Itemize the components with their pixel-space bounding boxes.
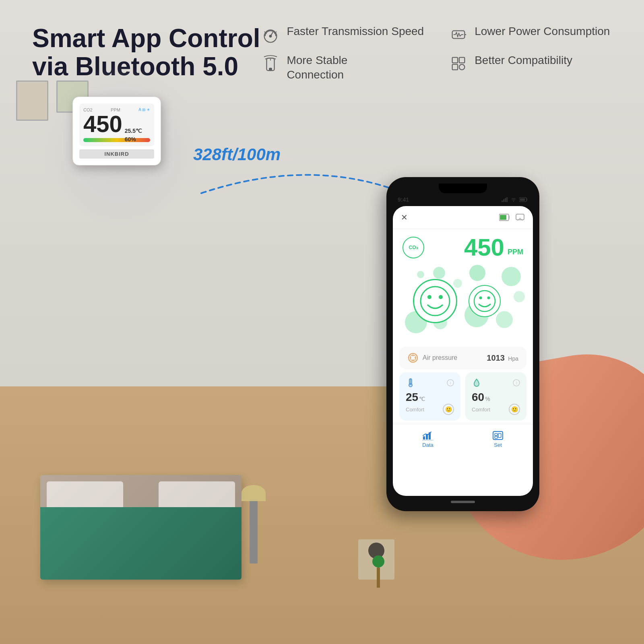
lamp-post [250, 499, 258, 564]
data-nav-label: Data [422, 442, 433, 448]
air-pressure-value: 1013 [487, 353, 505, 362]
svg-point-2 [270, 35, 272, 37]
device-side-values: 25.5℃ 60% [125, 127, 142, 144]
svg-rect-19 [500, 215, 506, 220]
svg-point-25 [479, 297, 482, 299]
device-sensor: CO2PPMA ⊞ ☀ 450 25.5℃ 60% INKBIRD [72, 97, 161, 165]
app-header: ✕ [393, 206, 533, 229]
svg-rect-20 [516, 214, 524, 220]
svg-point-24 [474, 291, 495, 312]
co2-reading-area: CO₂ 450 PPM [393, 229, 533, 263]
plant-1 [370, 555, 386, 588]
co2-ppm-value: 450 [464, 235, 504, 260]
bottom-nav: Data Set [393, 424, 533, 454]
status-icons [502, 197, 528, 202]
svg-rect-47 [495, 436, 497, 438]
feature-better-compatibility: Better Compatibility [448, 53, 612, 83]
bubble [417, 271, 424, 278]
svg-rect-17 [520, 198, 525, 201]
bubble [433, 267, 445, 279]
svg-text:i: i [450, 381, 451, 385]
faster-transmission-label: Faster Transmission Speed [287, 24, 424, 39]
svg-point-21 [421, 287, 450, 316]
temp-smiley: 🙂 [443, 404, 454, 415]
nav-data[interactable]: Data [422, 431, 433, 448]
hum-comfort-label: Comfort [472, 407, 490, 413]
phone-status-bar: 9:41 [393, 196, 533, 206]
svg-rect-9 [459, 58, 464, 63]
co2-icon: CO₂ [402, 237, 424, 258]
wifi-icon [510, 197, 517, 202]
signal-icon [260, 53, 281, 74]
svg-point-22 [427, 295, 431, 299]
ppm-unit: PPM [508, 248, 523, 260]
svg-point-11 [459, 64, 464, 70]
droplet-icon [472, 378, 481, 388]
air-pressure-left: Air pressure [407, 352, 457, 363]
hum-value-display: 60 % [472, 391, 520, 404]
temp-icon-row: i [406, 378, 454, 388]
info-icon-temp[interactable]: i [447, 379, 454, 386]
svg-rect-10 [452, 64, 458, 70]
set-nav-label: Set [494, 442, 502, 448]
svg-rect-46 [495, 433, 497, 436]
time-display: 9:41 [398, 196, 409, 203]
lower-power-label: Lower Power Consumption [475, 24, 610, 39]
co2-value-display: 450 PPM [464, 235, 523, 260]
features-grid: Faster Transmission Speed Lower Power Co… [260, 24, 612, 83]
air-pressure-reading: 1013 Hpa [487, 353, 518, 363]
air-pressure-icon [407, 352, 419, 363]
smiley-small [469, 285, 501, 317]
battery-icon [519, 197, 528, 202]
temp-comfort-label: Comfort [406, 407, 424, 413]
temp-bottom-row: Comfort 🙂 [406, 404, 454, 415]
inkbird-device: CO2PPMA ⊞ ☀ 450 25.5℃ 60% INKBIRD [72, 97, 161, 165]
better-compatibility-label: Better Compatibility [475, 53, 572, 68]
grid-icon [448, 53, 469, 74]
hum-bottom-row: Comfort 🙂 [472, 404, 520, 415]
temperature-card: i 25 ℃ Comfort 🙂 [399, 372, 460, 421]
distance-label: 328ft/100m [193, 145, 281, 164]
info-icon-hum[interactable]: i [513, 379, 520, 386]
bubble [453, 279, 462, 288]
stable-connection-label: More StableConnection [287, 53, 347, 83]
phone-notch [439, 184, 487, 193]
phone-container: 9:41 [362, 177, 644, 511]
svg-point-34 [409, 384, 412, 387]
device-brand: INKBIRD [79, 149, 154, 159]
temp-humidity-row: i 25 ℃ Comfort 🙂 [399, 372, 526, 421]
svg-rect-15 [506, 197, 508, 202]
smiley-large [413, 279, 457, 323]
temp-value: 25 [406, 391, 418, 404]
speedometer-icon [260, 24, 281, 45]
bubble [469, 265, 485, 281]
feature-faster-transmission: Faster Transmission Speed [260, 24, 424, 45]
bubble [496, 311, 513, 328]
temp-unit: ℃ [419, 396, 425, 402]
nav-set[interactable]: Set [492, 431, 504, 448]
air-pressure-label: Air pressure [423, 354, 457, 361]
svg-rect-8 [452, 58, 458, 63]
feature-lower-power: Lower Power Consumption [448, 24, 612, 45]
device-screen: CO2PPMA ⊞ ☀ 450 25.5℃ 60% [79, 103, 154, 146]
feature-stable-connection: More StableConnection [260, 53, 424, 83]
heartbeat-icon [448, 24, 469, 45]
phone: 9:41 [386, 177, 539, 511]
humidity-card: i 60 % Comfort 🙂 [465, 372, 526, 421]
svg-rect-48 [498, 433, 501, 438]
hum-value: 60 [472, 391, 484, 404]
close-icon[interactable]: ✕ [401, 213, 408, 222]
thermometer-icon [406, 378, 415, 388]
bed-frame [40, 475, 242, 580]
svg-rect-14 [505, 198, 506, 202]
svg-point-23 [439, 295, 443, 299]
message-icon [515, 213, 525, 222]
air-pressure-card: Air pressure 1013 Hpa [399, 347, 526, 369]
svg-rect-13 [503, 199, 504, 202]
signal-bars-icon [502, 197, 508, 202]
app-screen: ✕ [393, 206, 533, 496]
svg-text:i: i [516, 381, 517, 385]
bubble [514, 291, 525, 302]
svg-point-26 [487, 297, 490, 299]
hum-smiley: 🙂 [509, 404, 520, 415]
